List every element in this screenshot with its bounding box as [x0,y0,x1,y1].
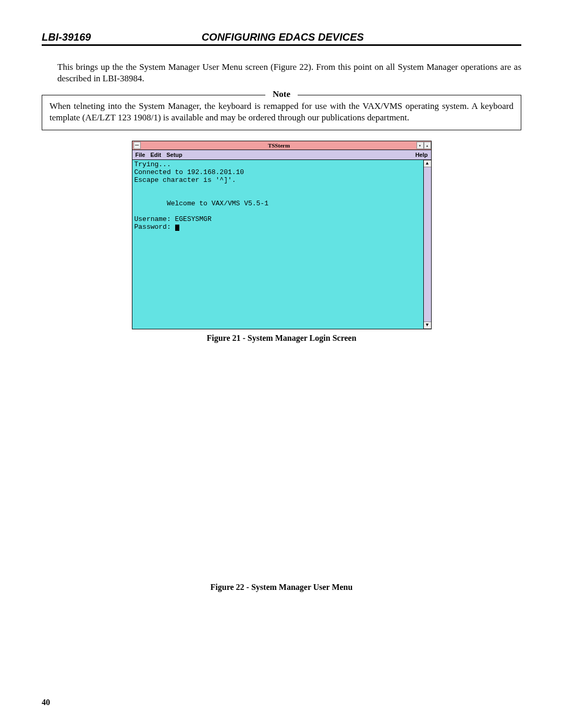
term-username: Username: EGESYSMGR [134,215,212,223]
maximize-icon[interactable]: ▴ [424,142,431,149]
scroll-up-icon[interactable]: ▲ [424,160,431,167]
scroll-down-icon[interactable]: ▼ [424,322,431,329]
terminal-menubar: File Edit Setup Help [132,150,431,160]
term-password: Password: [134,223,175,231]
doc-title: CONFIGURING EDACS DEVICES [91,31,475,43]
minimize-icon[interactable]: ▾ [417,142,424,149]
page-header: LBI-39169 CONFIGURING EDACS DEVICES [42,31,521,46]
terminal-figure: — TSSterm ▾ ▴ File Edit Setup Help Tryin… [132,141,432,329]
figure22-caption: Figure 22 - System Manager User Menu [42,583,521,592]
terminal-titlebar: — TSSterm ▾ ▴ [132,141,431,150]
figure21-caption: Figure 21 - System Manager Login Screen [42,334,521,343]
page: LBI-39169 CONFIGURING EDACS DEVICES This… [0,0,563,728]
menu-setup[interactable]: Setup [166,152,182,158]
term-line-2: Connected to 192.168.201.10 [134,168,244,176]
window-title: TSSterm [142,142,417,149]
term-line-1: Trying... [134,161,171,168]
terminal-body-wrap: Trying... Connected to 192.168.201.10 Es… [132,160,431,329]
menu-file[interactable]: File [136,152,145,158]
cursor-icon [175,225,179,231]
page-number: 40 [42,698,50,707]
menu-edit[interactable]: Edit [150,152,161,158]
menu-left: File Edit Setup [136,152,182,158]
sysmenu-icon[interactable]: — [133,142,141,149]
note-text: When telneting into the System Manager, … [50,101,513,124]
window-buttons: ▾ ▴ [417,142,431,149]
terminal-body[interactable]: Trying... Connected to 192.168.201.10 Es… [132,160,423,329]
note-box: Note When telneting into the System Mana… [42,95,521,130]
intro-paragraph: This brings up the the System Manager Us… [57,61,521,84]
term-line-3: Escape character is '^]'. [134,176,236,184]
term-welcome: Welcome to VAX/VMS V5.5-1 [134,200,268,207]
note-label: Note [265,89,298,100]
terminal-window: — TSSterm ▾ ▴ File Edit Setup Help Tryin… [132,141,432,329]
doc-id: LBI-39169 [42,31,91,43]
menu-help[interactable]: Help [415,152,428,158]
scrollbar[interactable]: ▲ ▼ [423,160,431,329]
